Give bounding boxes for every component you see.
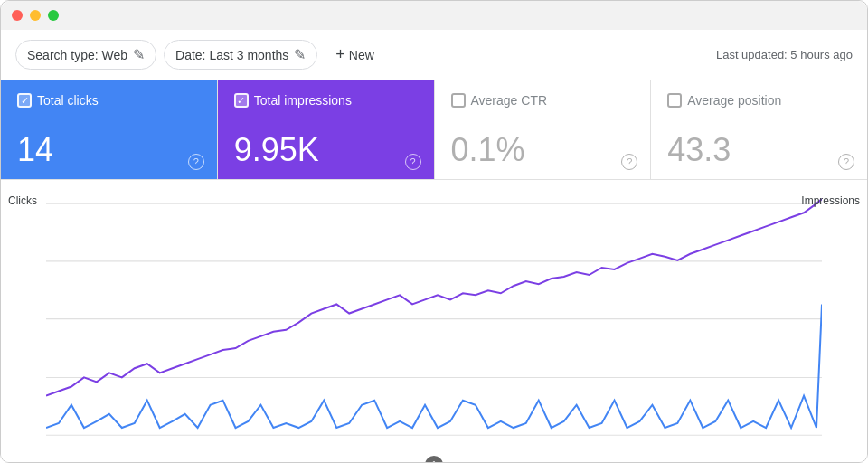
- titlebar: [1, 1, 867, 30]
- date-label: Date: Last 3 months: [175, 48, 288, 62]
- new-label: New: [349, 48, 374, 62]
- clicks-line: [46, 304, 822, 428]
- new-button[interactable]: + New: [325, 40, 385, 70]
- impressions-value: 9.95K: [234, 134, 418, 166]
- plus-icon: +: [335, 45, 345, 64]
- pagination-indicator[interactable]: 1: [425, 456, 443, 463]
- impressions-help-icon[interactable]: ?: [405, 154, 421, 170]
- metric-card-position[interactable]: Average position 43.3 ?: [651, 80, 867, 179]
- minimize-button[interactable]: [30, 10, 41, 21]
- close-button[interactable]: [12, 10, 23, 21]
- metric-label-ctr: Average CTR: [451, 93, 635, 108]
- clicks-value: 14: [17, 134, 201, 166]
- clicks-label: Total clicks: [37, 93, 99, 108]
- ctr-checkbox[interactable]: [451, 93, 466, 108]
- position-help-icon[interactable]: ?: [838, 154, 854, 170]
- last-updated-text: Last updated: 5 hours ago: [716, 48, 853, 61]
- clicks-help-icon[interactable]: ?: [188, 154, 204, 170]
- page-number: 1: [431, 459, 437, 463]
- metric-label-position: Average position: [667, 93, 851, 108]
- ctr-value: 0.1%: [451, 134, 635, 166]
- impressions-label: Total impressions: [254, 93, 352, 108]
- metrics-row: ✓ Total clicks 14 ? ✓ Total impressions …: [1, 80, 867, 180]
- metric-label-impressions: ✓ Total impressions: [234, 93, 418, 108]
- edit-icon: ✎: [294, 46, 306, 63]
- y-axis-right-label: Impressions: [801, 194, 860, 207]
- chart-svg: 3 2 1 0 375 250 125 0: [46, 194, 822, 450]
- position-value: 43.3: [667, 134, 851, 166]
- edit-icon: ✎: [133, 46, 145, 63]
- date-filter[interactable]: Date: Last 3 months ✎: [164, 40, 317, 70]
- chart-container: Clicks Impressions 3 2 1 0 375 250 125 0: [1, 180, 867, 463]
- metric-card-ctr[interactable]: Average CTR 0.1% ?: [435, 80, 652, 179]
- toolbar: Search type: Web ✎ Date: Last 3 months ✎…: [1, 30, 867, 80]
- metric-card-impressions[interactable]: ✓ Total impressions 9.95K ?: [218, 80, 435, 179]
- search-type-filter[interactable]: Search type: Web ✎: [15, 40, 156, 70]
- metric-label-clicks: ✓ Total clicks: [17, 93, 201, 108]
- y-axis-left-label: Clicks: [8, 194, 37, 207]
- search-type-label: Search type: Web: [27, 48, 127, 62]
- position-checkbox[interactable]: [667, 93, 682, 108]
- ctr-help-icon[interactable]: ?: [621, 154, 637, 170]
- metric-card-clicks[interactable]: ✓ Total clicks 14 ?: [1, 80, 218, 179]
- impressions-checkbox[interactable]: ✓: [234, 93, 249, 108]
- impressions-line: [46, 199, 822, 396]
- main-content: Clicks Impressions 3 2 1 0 375 250 125 0: [1, 180, 867, 463]
- position-label: Average position: [687, 93, 781, 108]
- clicks-checkbox[interactable]: ✓: [17, 93, 32, 108]
- ctr-label: Average CTR: [471, 93, 548, 108]
- maximize-button[interactable]: [48, 10, 59, 21]
